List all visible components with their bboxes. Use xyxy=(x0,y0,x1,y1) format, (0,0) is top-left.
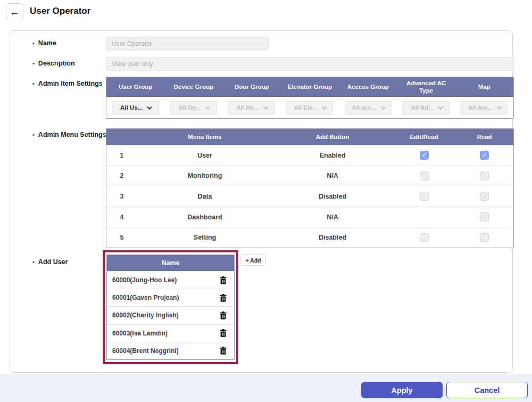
column-header-door-group: Door Group xyxy=(223,77,281,97)
user-list-item: 60003(Isa Lamdin) xyxy=(107,324,234,342)
edit-read-checkbox[interactable] xyxy=(420,151,429,160)
dropdown-value: All Ad... xyxy=(411,104,433,111)
delete-user-trash-icon[interactable] xyxy=(220,294,227,302)
row-number: 5 xyxy=(106,234,137,241)
menu-item-name: Setting xyxy=(137,234,272,241)
dropdown-value: All acc... xyxy=(352,104,377,111)
user-list-item: 60004(Brent Neggrini) xyxy=(107,342,234,359)
menu-row-monitoring: 2 Monitoring N/A xyxy=(106,166,513,186)
read-checkbox[interactable] xyxy=(480,233,489,242)
add-button-status: Enabled xyxy=(272,152,393,159)
user-name: 60002(Charity Inglish) xyxy=(112,311,179,319)
admin-menu-settings-table: Menu Items Add Button Edit/Read Read 1 U… xyxy=(106,128,514,248)
menu-item-name: Data xyxy=(137,193,272,200)
name-input[interactable] xyxy=(106,37,269,51)
column-header-device-group: Device Group xyxy=(164,77,222,97)
dropdown-value: All Are... xyxy=(468,104,493,111)
column-header-edit-read: Edit/Read xyxy=(393,134,455,140)
add-user-button[interactable]: + Add xyxy=(240,255,266,266)
map-dropdown[interactable]: All Are... xyxy=(461,101,508,115)
column-header-map: Map xyxy=(455,77,513,97)
add-button-status: N/A xyxy=(272,172,393,179)
admin-item-settings-table: User Group Device Group Door Group Eleva… xyxy=(106,77,514,119)
edit-read-checkbox[interactable] xyxy=(420,233,429,242)
read-checkbox[interactable] xyxy=(480,171,489,181)
column-header-add-button: Add Button xyxy=(272,134,393,140)
user-name: 60004(Brent Neggrini) xyxy=(112,347,179,355)
admin-menu-settings-header: Menu Items Add Button Edit/Read Read xyxy=(106,129,513,145)
menu-row-setting: 5 Setting Disabled xyxy=(106,227,513,248)
delete-user-trash-icon[interactable] xyxy=(220,347,227,355)
add-button-status: Disabled xyxy=(272,234,393,241)
device-group-dropdown[interactable]: All De... xyxy=(170,101,217,115)
column-header-menu-items: Menu Items xyxy=(137,134,272,140)
dropdown-value: All Ele... xyxy=(294,104,318,111)
description-label: Description xyxy=(32,60,75,67)
add-user-highlight-box: Name 60000(Jung-Hoo Lee) 60001(Gaven Pru… xyxy=(103,250,238,364)
user-list-item: 60002(Charity Inglish) xyxy=(107,306,234,324)
row-number: 3 xyxy=(106,193,137,200)
dropdown-value: All Do... xyxy=(236,104,259,111)
edit-read-checkbox[interactable] xyxy=(420,192,429,201)
access-group-dropdown[interactable]: All acc... xyxy=(345,101,392,115)
apply-button[interactable]: Apply xyxy=(361,382,443,398)
chevron-down-icon xyxy=(322,104,327,110)
dropdown-value: All De... xyxy=(178,104,201,111)
description-input[interactable] xyxy=(106,57,514,71)
row-number: 4 xyxy=(106,214,137,221)
add-user-table: Name 60000(Jung-Hoo Lee) 60001(Gaven Pru… xyxy=(106,255,235,360)
admin-item-settings-dropdown-row: All Us... All De... All Do... All Ele...… xyxy=(106,97,513,118)
door-group-dropdown[interactable]: All Do... xyxy=(228,101,275,115)
admin-menu-settings-label: Admin Menu Settings xyxy=(32,131,106,138)
chevron-down-icon xyxy=(263,104,269,110)
menu-row-data: 3 Data Disabled xyxy=(106,186,513,207)
user-group-dropdown[interactable]: All Us... xyxy=(112,101,159,115)
user-list-item: 60000(Jung-Hoo Lee) xyxy=(107,271,234,289)
user-name: 60001(Gaven Prujean) xyxy=(112,294,179,301)
menu-item-name: User xyxy=(137,152,272,159)
user-list-item: 60001(Gaven Prujean) xyxy=(107,289,234,306)
delete-user-trash-icon[interactable] xyxy=(220,276,227,284)
read-checkbox[interactable] xyxy=(480,151,489,160)
name-label: Name xyxy=(32,39,56,47)
user-name: 60000(Jung-Hoo Lee) xyxy=(112,276,177,284)
menu-row-user: 1 User Enabled xyxy=(106,145,513,166)
admin-item-settings-header: User Group Device Group Door Group Eleva… xyxy=(106,77,513,97)
advanced-ac-type-dropdown[interactable]: All Ad... xyxy=(403,101,450,115)
elevator-group-dropdown[interactable]: All Ele... xyxy=(286,101,333,115)
read-checkbox[interactable] xyxy=(480,192,489,201)
chevron-down-icon xyxy=(438,104,443,110)
add-button-status: Disabled xyxy=(272,193,393,200)
delete-user-trash-icon[interactable] xyxy=(220,329,227,337)
admin-item-settings-label: Admin Item Settings xyxy=(32,80,103,87)
chevron-down-icon xyxy=(497,104,502,110)
back-button[interactable]: ← xyxy=(6,3,23,20)
chevron-down-icon xyxy=(147,104,152,110)
menu-row-dashboard: 4 Dashboard N/A xyxy=(106,207,513,227)
column-header-elevator-group: Elevator Group xyxy=(281,77,339,97)
menu-item-name: Monitoring xyxy=(137,172,272,179)
footer-bar: Apply Cancel xyxy=(0,374,532,402)
user-name: 60003(Isa Lamdin) xyxy=(112,330,168,337)
column-header-advanced-ac-type: Advanced AC Type xyxy=(397,77,455,97)
add-user-name-header: Name xyxy=(107,255,234,271)
row-number: 1 xyxy=(106,152,137,159)
main-panel: Name Description Admin Item Settings Use… xyxy=(10,30,513,373)
column-header-user-group: User Group xyxy=(106,77,164,97)
add-button-status: N/A xyxy=(272,214,393,221)
read-checkbox[interactable] xyxy=(480,212,489,221)
menu-item-name: Dashboard xyxy=(137,214,272,221)
cancel-button[interactable]: Cancel xyxy=(446,382,528,398)
user-operator-page: ← User Operator Name Description Admin I… xyxy=(0,0,532,402)
edit-read-checkbox[interactable] xyxy=(420,171,429,181)
chevron-down-icon xyxy=(205,104,210,110)
page-title: User Operator xyxy=(30,6,90,17)
back-arrow-icon: ← xyxy=(10,6,20,17)
column-header-access-group: Access Group xyxy=(339,77,397,97)
column-header-read: Read xyxy=(455,134,513,140)
delete-user-trash-icon[interactable] xyxy=(220,311,227,319)
dropdown-value: All Us... xyxy=(120,104,143,111)
add-user-label: Add User xyxy=(32,258,68,266)
chevron-down-icon xyxy=(381,104,386,110)
row-number: 2 xyxy=(106,172,137,179)
